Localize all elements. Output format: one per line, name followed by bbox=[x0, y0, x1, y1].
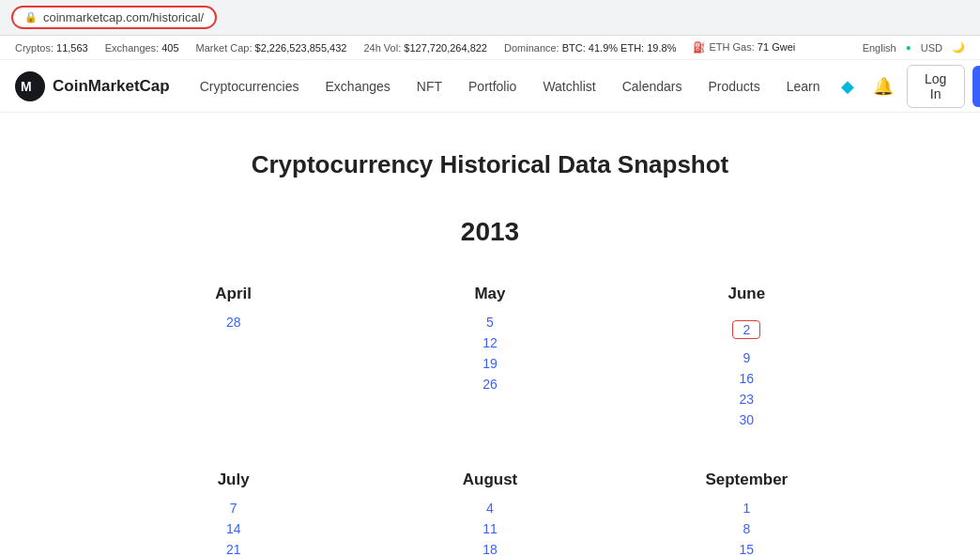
svg-text:M: M bbox=[21, 79, 32, 94]
main-content: Cryptocurrency Historical Data Snapshot … bbox=[0, 113, 980, 556]
month-name-may: May bbox=[371, 285, 608, 303]
date-link-august-4[interactable]: 4 bbox=[371, 501, 608, 516]
date-link-september-1[interactable]: 1 bbox=[628, 501, 865, 516]
date-link-june-2[interactable]: 2 bbox=[732, 320, 760, 339]
date-link-june-9[interactable]: 9 bbox=[628, 350, 865, 365]
dot-icon: ● bbox=[906, 42, 911, 53]
page-title-wrap: Cryptocurrency Historical Data Snapshot bbox=[19, 150, 961, 179]
nav-learn[interactable]: Learn bbox=[775, 60, 832, 113]
date-link-june-16[interactable]: 16 bbox=[628, 371, 865, 386]
month-block-august: August4111825 bbox=[371, 471, 608, 556]
month-name-april: April bbox=[115, 285, 352, 303]
month-block-june: June29162330 bbox=[628, 285, 865, 433]
nav-calendars[interactable]: Calendars bbox=[611, 60, 694, 113]
date-link-may-26[interactable]: 26 bbox=[371, 377, 608, 392]
ticker-right: English ● USD 🌙 bbox=[863, 41, 965, 54]
gas-label: ⛽ ETH Gas: 71 Gwei bbox=[693, 41, 795, 54]
dominance-label: Dominance: BTC: 41.9% ETH: 19.8% bbox=[504, 42, 676, 54]
month-block-september: September18152229 bbox=[628, 471, 865, 556]
nav-products[interactable]: Products bbox=[697, 60, 771, 113]
date-link-august-11[interactable]: 11 bbox=[371, 521, 608, 536]
moon-icon[interactable]: 🌙 bbox=[952, 41, 965, 54]
nav-nft[interactable]: NFT bbox=[406, 60, 453, 113]
nav-exchanges[interactable]: Exchanges bbox=[314, 60, 402, 113]
month-block-may: May5121926 bbox=[371, 285, 608, 433]
notification-icon-btn[interactable]: 🔔 bbox=[867, 72, 899, 100]
month-name-july: July bbox=[115, 471, 352, 489]
date-link-june-30[interactable]: 30 bbox=[628, 412, 865, 427]
navbar: M CoinMarketCap Cryptocurrencies Exchang… bbox=[0, 60, 980, 113]
signup-button[interactable]: Sign up bbox=[972, 66, 980, 107]
gas-icon: ⛽ bbox=[693, 41, 706, 53]
url-text: coinmarketcap.com/historical/ bbox=[43, 10, 204, 24]
watchlist-icon-btn[interactable]: ◆ bbox=[835, 72, 860, 100]
nav-watchlist[interactable]: Watchlist bbox=[531, 60, 606, 113]
market-cap-label: Market Cap: $2,226,523,855,432 bbox=[196, 42, 347, 54]
bell-icon: 🔔 bbox=[873, 77, 894, 96]
address-bar-container: 🔒 coinmarketcap.com/historical/ bbox=[0, 0, 980, 36]
login-button[interactable]: Log In bbox=[907, 65, 965, 108]
date-link-july-21[interactable]: 21 bbox=[115, 542, 352, 556]
date-link-july-7[interactable]: 7 bbox=[115, 501, 352, 516]
cmc-logo-icon: M bbox=[15, 71, 45, 101]
date-link-september-8[interactable]: 8 bbox=[628, 521, 865, 536]
page-title: Cryptocurrency Historical Data Snapshot bbox=[19, 150, 961, 179]
month-name-june: June bbox=[628, 285, 865, 303]
date-link-june-23[interactable]: 23 bbox=[628, 392, 865, 407]
volume-label: 24h Vol: $127,720,264,822 bbox=[363, 42, 487, 54]
lock-icon: 🔒 bbox=[24, 11, 38, 23]
nav-cryptocurrencies[interactable]: Cryptocurrencies bbox=[189, 60, 311, 113]
date-link-may-5[interactable]: 5 bbox=[371, 315, 608, 330]
currency-selector[interactable]: USD bbox=[921, 42, 942, 54]
diamond-icon: ◆ bbox=[841, 77, 854, 96]
logo-link[interactable]: M CoinMarketCap bbox=[15, 71, 170, 101]
date-link-august-18[interactable]: 18 bbox=[371, 542, 608, 556]
date-link-july-14[interactable]: 14 bbox=[115, 521, 352, 536]
logo-text: CoinMarketCap bbox=[53, 77, 170, 96]
nav-portfolio[interactable]: Portfolio bbox=[457, 60, 528, 113]
date-link-may-12[interactable]: 12 bbox=[371, 335, 608, 350]
date-link-may-19[interactable]: 19 bbox=[371, 356, 608, 371]
date-link-april-28[interactable]: 28 bbox=[115, 315, 352, 330]
nav-right: ◆ 🔔 Log In Sign up 🔍 Search / bbox=[835, 65, 980, 108]
ticker-bar: Cryptos: 11,563 Exchanges: 405 Market Ca… bbox=[0, 36, 980, 60]
month-name-september: September bbox=[628, 471, 865, 489]
calendar-grid: April28May5121926June29162330July7142128… bbox=[115, 285, 865, 556]
date-link-september-15[interactable]: 15 bbox=[628, 542, 865, 556]
month-name-august: August bbox=[371, 471, 608, 489]
cryptos-label: Cryptos: 11,563 bbox=[15, 42, 88, 54]
exchanges-label: Exchanges: 405 bbox=[105, 42, 179, 54]
month-block-july: July7142128 bbox=[115, 471, 352, 556]
address-bar[interactable]: 🔒 coinmarketcap.com/historical/ bbox=[11, 6, 217, 29]
month-block-april: April28 bbox=[115, 285, 352, 433]
language-selector[interactable]: English bbox=[863, 42, 896, 54]
year-heading: 2013 bbox=[19, 217, 961, 247]
